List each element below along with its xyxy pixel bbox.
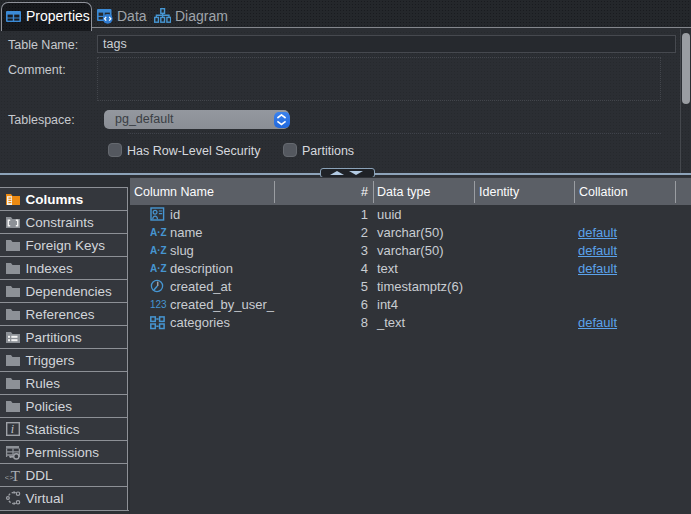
svg-text:T: T — [11, 468, 20, 483]
svg-text:A·Z: A·Z — [150, 245, 167, 256]
svg-text:i: i — [11, 422, 14, 436]
svg-text:A·Z: A·Z — [150, 227, 167, 238]
svg-text:123: 123 — [150, 299, 167, 310]
svg-text:A·Z: A·Z — [150, 263, 167, 274]
